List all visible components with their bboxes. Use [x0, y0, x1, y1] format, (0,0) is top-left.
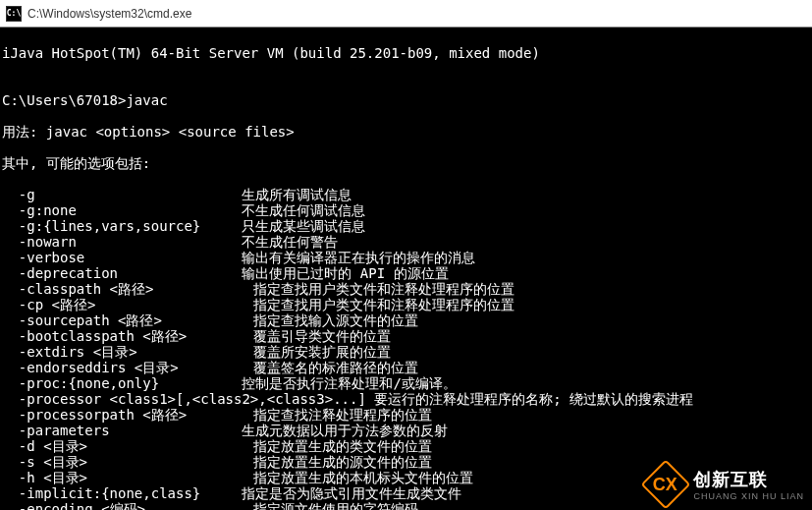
option-line: -endorseddirs <目录> 覆盖签名的标准路径的位置 [2, 360, 812, 375]
option-line: -encoding <编码> 指定源文件使用的字符编码 [2, 501, 812, 510]
option-line: -cp <路径> 指定查找用户类文件和注释处理程序的位置 [2, 297, 812, 312]
watermark-icon: CX [641, 460, 691, 510]
terminal-output[interactable]: iJava HotSpot(TM) 64-Bit Server VM (buil… [0, 28, 812, 510]
option-line: -d <目录> 指定放置生成的类文件的位置 [2, 438, 812, 454]
watermark: CX 创新互联 CHUANG XIN HU LIAN [648, 467, 804, 502]
vm-header-line: iJava HotSpot(TM) 64-Bit Server VM (buil… [2, 45, 812, 61]
cmd-icon: C:\ [6, 6, 22, 22]
option-line: -sourcepath <路径> 指定查找输入源文件的位置 [2, 312, 812, 328]
option-line: -extdirs <目录> 覆盖所安装扩展的位置 [2, 344, 812, 360]
option-line: -verbose 输出有关编译器正在执行的操作的消息 [2, 250, 812, 265]
option-line: -proc:{none,only} 控制是否执行注释处理和/或编译。 [2, 375, 812, 391]
option-line: -processorpath <路径> 指定查找注释处理程序的位置 [2, 407, 812, 423]
usage-line: 用法: javac <options> <source files> [2, 124, 812, 140]
watermark-text-cn: 创新互联 [693, 468, 804, 491]
option-line: -classpath <路径> 指定查找用户类文件和注释处理程序的位置 [2, 281, 812, 297]
option-line: -deprecation 输出使用已过时的 API 的源位置 [2, 265, 812, 281]
option-line: -g:{lines,vars,source} 只生成某些调试信息 [2, 218, 812, 234]
window-titlebar: C:\ C:\Windows\system32\cmd.exe [0, 0, 812, 28]
option-line: -g:none 不生成任何调试信息 [2, 202, 812, 218]
prompt-line: C:\Users\67018>javac [2, 92, 812, 108]
window-title: C:\Windows\system32\cmd.exe [27, 7, 191, 21]
option-line: -bootclasspath <路径> 覆盖引导类文件的位置 [2, 328, 812, 344]
option-line: -processor <class1>[,<class2>,<class3>..… [2, 391, 812, 407]
option-line: -parameters 生成元数据以用于方法参数的反射 [2, 423, 812, 438]
watermark-text-en: CHUANG XIN HU LIAN [693, 491, 804, 501]
option-line: -nowarn 不生成任何警告 [2, 234, 812, 250]
intro-line: 其中, 可能的选项包括: [2, 155, 812, 171]
option-line: -g 生成所有调试信息 [2, 187, 812, 202]
